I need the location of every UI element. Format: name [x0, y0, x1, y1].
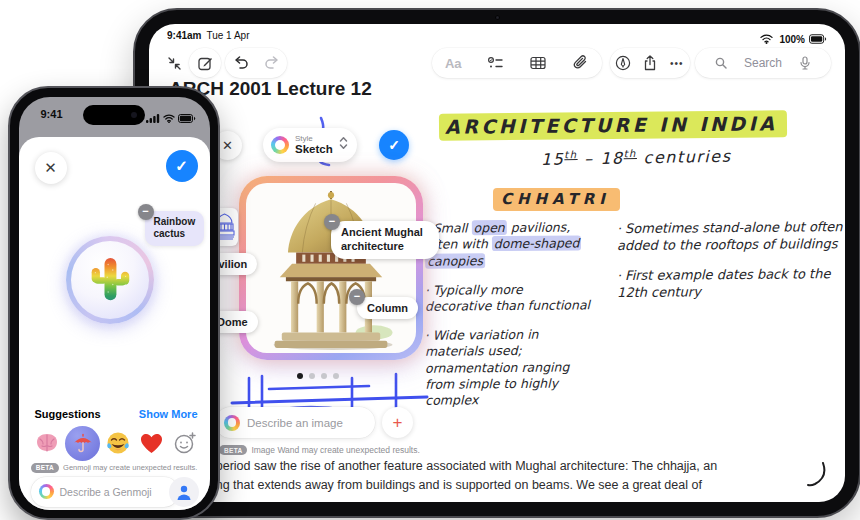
dynamic-island: [83, 105, 145, 125]
battery-percent: 100%: [779, 34, 805, 45]
image-wand-beta-note: BETA Image Wand may create unexpected re…: [219, 445, 420, 455]
mic-icon[interactable]: [788, 54, 822, 72]
search-input[interactable]: Search: [695, 48, 831, 78]
pen-stroke: [807, 462, 827, 492]
tag-rainbow-cactus[interactable]: − Rainbow cactus: [145, 211, 205, 246]
genmoji-bubble: [66, 236, 154, 324]
note-bullet: ·Sometimes stand-alone but often added t…: [617, 219, 845, 255]
compose-icon: [196, 54, 214, 72]
date: Tue 1 Apr: [206, 30, 249, 41]
search-placeholder: Search: [744, 56, 782, 70]
ipad-status-icons: 100%: [757, 30, 827, 48]
brain-emoji[interactable]: [32, 428, 63, 459]
generated-image-card[interactable]: [239, 176, 423, 360]
typed-paragraph-line1: s period saw the rise of another feature…: [206, 457, 845, 476]
apple-intelligence-icon: [224, 415, 240, 431]
more-button[interactable]: •••: [668, 54, 686, 72]
handwritten-heading: ARCHITECTURE IN INDIA: [439, 112, 788, 138]
note-bullet: ·First example dates back to the 12th ce…: [617, 266, 845, 302]
page-dots[interactable]: [297, 373, 339, 379]
handwritten-subheading: 15th – 18th centuries: [541, 146, 732, 169]
notes-right-column: ·Sometimes stand-alone but often added t…: [617, 220, 845, 314]
search-icon: [704, 54, 738, 72]
front-camera-dot: [495, 15, 500, 20]
laughing-emoji[interactable]: [103, 428, 134, 459]
minus-button[interactable]: −: [324, 214, 340, 230]
format-toolbar: Aa: [432, 48, 602, 78]
emoji-suggestions: [32, 426, 201, 461]
close-button[interactable]: ✕: [35, 152, 67, 184]
show-more-link[interactable]: Show More: [139, 408, 198, 420]
heart-emoji[interactable]: [136, 428, 167, 459]
wifi-icon: [757, 30, 775, 48]
minus-button[interactable]: −: [138, 204, 154, 220]
person-button[interactable]: [169, 477, 199, 507]
note-bullet: ·Typically more decorative than function…: [425, 281, 593, 315]
style-value: Sketch: [295, 143, 333, 155]
confirm-button[interactable]: ✓: [379, 130, 409, 160]
typed-paragraph-line2: ning that extends away from buildings an…: [206, 476, 845, 495]
notes-app: 9:41amTue 1 Apr 100%: [149, 24, 845, 502]
note-bullet: ·Wide variation in materials used; ornam…: [425, 327, 594, 410]
pavilion-image: [246, 183, 416, 353]
markup-icon[interactable]: [614, 54, 632, 72]
image-input-placeholder: Describe an image: [247, 417, 343, 429]
umbrella-emoji[interactable]: [65, 426, 100, 461]
battery-icon: [809, 30, 827, 48]
add-emoji-icon[interactable]: [170, 428, 201, 459]
share-icon[interactable]: [641, 54, 659, 72]
suggestions-header: Suggestions Show More: [35, 408, 198, 420]
suggestions-title: Suggestions: [35, 408, 101, 420]
ipad-device: 9:41amTue 1 Apr 100%: [133, 8, 860, 518]
signal-icon: [146, 109, 160, 127]
handwritten-section-heading: CHHATRI: [493, 190, 620, 208]
iphone-status-icons: [146, 109, 196, 127]
genmoji-input-placeholder: Describe a Genmoji: [60, 486, 152, 498]
person-icon: [176, 484, 192, 500]
battery-icon: [178, 109, 196, 127]
compose-button[interactable]: [189, 48, 221, 78]
tag-ancient-mughal[interactable]: − Ancient Mughal architecture: [331, 221, 439, 259]
cactus-emoji: [88, 255, 132, 305]
tag-column[interactable]: − Column: [357, 297, 418, 319]
apple-intelligence-icon: [39, 484, 54, 499]
beta-badge: BETA: [31, 463, 59, 473]
style-selector[interactable]: Style Sketch: [263, 128, 357, 162]
checklist-icon[interactable]: [487, 54, 505, 72]
ipad-status-bar: 9:41amTue 1 Apr: [167, 30, 249, 41]
clock: 9:41: [41, 108, 63, 120]
add-suggestion-button[interactable]: +: [382, 407, 413, 438]
note-bullet: ·Small open pavilions, often with dome-s…: [425, 219, 593, 269]
table-icon[interactable]: [529, 54, 547, 72]
beta-badge: BETA: [219, 445, 247, 455]
text-format-button[interactable]: Aa: [444, 54, 462, 72]
genmoji-sheet: ✕ ✓: [19, 137, 210, 510]
tools-group: •••: [610, 48, 690, 78]
genmoji-beta-note: BETA Genmoji may create unexpected resul…: [19, 463, 210, 473]
clock: 9:41am: [167, 30, 201, 41]
iphone-device: 9:41 ✕ ✓: [8, 86, 220, 520]
redo-icon[interactable]: [263, 54, 281, 72]
notes-left-column: ·Small open pavilions, often with dome-s…: [425, 220, 593, 422]
marketing-scene: 9:41amTue 1 Apr 100%: [0, 0, 860, 520]
genmoji-app: 9:41 ✕ ✓: [19, 97, 210, 510]
image-description-input[interactable]: Describe an image: [215, 407, 375, 438]
color-wheel-icon: [271, 136, 289, 154]
collapse-icon[interactable]: [165, 54, 183, 72]
wifi-icon: [163, 109, 175, 127]
undo-icon[interactable]: [232, 54, 250, 72]
attachment-icon[interactable]: [572, 54, 590, 72]
style-label: Style: [295, 135, 333, 143]
confirm-button[interactable]: ✓: [166, 150, 198, 182]
undo-redo-group: [225, 48, 287, 78]
chevron-up-down-icon: [339, 136, 348, 154]
genmoji-description-input[interactable]: Describe a Genmoji: [31, 477, 179, 507]
minus-button[interactable]: −: [349, 289, 365, 305]
